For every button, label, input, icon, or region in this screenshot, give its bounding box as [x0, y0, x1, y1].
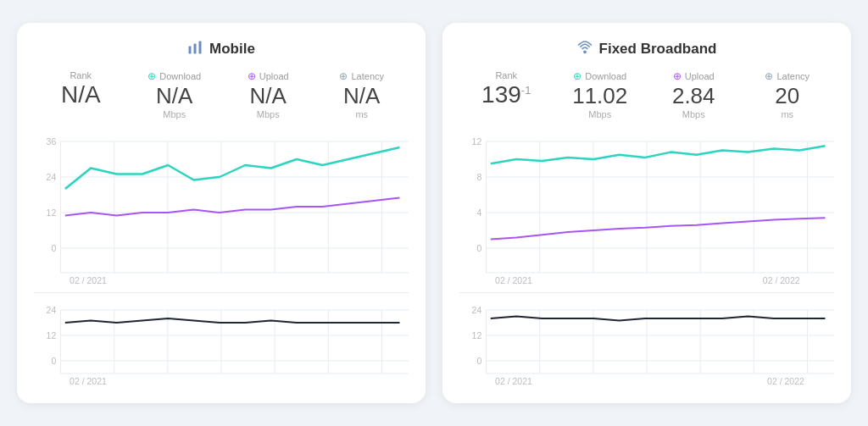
svg-text:0: 0: [51, 244, 56, 253]
mobile-download-label: ⊕ Download: [128, 70, 222, 82]
broadband-download-value: 11.02: [554, 84, 648, 108]
bb-download-icon: ⊕: [573, 70, 581, 82]
mobile-latency-label: ⊕ Latency: [315, 70, 409, 82]
mobile-stats-row: Rank N/A ⊕ Download N/A Mbps ⊕ Upload N/…: [34, 70, 409, 119]
mobile-top-chart: 36 24 12 0 02 / 2021: [34, 133, 409, 285]
broadband-upload-label: ⊕ Upload: [647, 70, 741, 82]
mobile-download-unit: Mbps: [128, 109, 222, 119]
mobile-upload-value: N/A: [221, 84, 315, 108]
broadband-upload-unit: Mbps: [647, 109, 741, 119]
mobile-latency-value: N/A: [315, 84, 409, 108]
svg-text:0: 0: [51, 357, 56, 366]
svg-text:02 / 2021: 02 / 2021: [70, 377, 107, 386]
svg-point-35: [583, 51, 585, 53]
broadband-bottom-chart: 24 12 0 02 / 2021 02 / 2022: [459, 302, 834, 386]
upload-icon: ⊕: [248, 70, 256, 82]
svg-text:12: 12: [47, 331, 57, 340]
broadband-top-chart: 12 8 4 0 02 / 2021 02 / 2022: [459, 133, 834, 285]
mobile-title: Mobile: [209, 41, 255, 58]
dashboard: Mobile Rank N/A ⊕ Download N/A Mbps ⊕: [17, 23, 851, 403]
broadband-title: Fixed Broadband: [599, 41, 717, 58]
mobile-bottom-chart: 24 12 0 02 / 2021: [34, 302, 409, 386]
svg-text:02 / 2021: 02 / 2021: [495, 276, 532, 285]
broadband-chart-divider: [459, 292, 834, 293]
broadband-rank: Rank 139-1: [459, 70, 554, 108]
svg-text:12: 12: [47, 208, 57, 218]
mobile-download-value: N/A: [128, 84, 222, 108]
svg-text:12: 12: [472, 137, 482, 147]
download-icon: ⊕: [147, 70, 156, 82]
broadband-download: ⊕ Download 11.02 Mbps: [554, 70, 648, 119]
svg-text:36: 36: [47, 137, 57, 147]
broadband-card-title: Fixed Broadband: [459, 40, 834, 58]
svg-text:02 / 2022: 02 / 2022: [767, 377, 804, 386]
svg-text:4: 4: [476, 208, 481, 218]
bb-latency-icon: ⊕: [765, 70, 773, 82]
broadband-latency-label: ⊕ Latency: [741, 70, 835, 82]
bb-upload-icon: ⊕: [673, 70, 682, 82]
mobile-download: ⊕ Download N/A Mbps: [128, 70, 222, 119]
broadband-rank-value: 139-1: [459, 82, 554, 108]
svg-text:24: 24: [47, 173, 57, 182]
broadband-stats-row: Rank 139-1 ⊕ Download 11.02 Mbps ⊕ Uploa…: [459, 70, 834, 119]
mobile-chart-area: 36 24 12 0 02 / 2021: [34, 133, 409, 386]
broadband-upload: ⊕ Upload 2.84 Mbps: [647, 70, 741, 119]
broadband-latency-value: 20: [741, 84, 835, 108]
broadband-download-unit: Mbps: [554, 109, 648, 119]
broadband-card: Fixed Broadband Rank 139-1 ⊕ Download 11…: [442, 23, 851, 403]
mobile-upload-label: ⊕ Upload: [221, 70, 315, 82]
broadband-chart-area: 12 8 4 0 02 / 2021 02 / 2022: [459, 133, 834, 386]
mobile-card-title: Mobile: [34, 40, 409, 58]
mobile-upload: ⊕ Upload N/A Mbps: [221, 70, 315, 119]
broadband-upload-value: 2.84: [647, 84, 741, 108]
svg-text:0: 0: [476, 357, 481, 366]
svg-text:02 / 2021: 02 / 2021: [70, 276, 107, 285]
mobile-chart-divider: [34, 292, 409, 293]
mobile-rank-label: Rank: [34, 70, 128, 80]
broadband-latency-unit: ms: [741, 109, 835, 119]
mobile-card: Mobile Rank N/A ⊕ Download N/A Mbps ⊕: [17, 23, 426, 403]
svg-text:8: 8: [476, 173, 481, 182]
svg-rect-0: [189, 47, 192, 54]
svg-text:24: 24: [47, 306, 57, 315]
latency-icon: ⊕: [339, 70, 348, 82]
wifi-icon: [577, 40, 593, 58]
mobile-upload-unit: Mbps: [221, 109, 315, 119]
svg-text:0: 0: [476, 244, 481, 253]
broadband-latency: ⊕ Latency 20 ms: [741, 70, 835, 119]
broadband-rank-label: Rank: [459, 70, 554, 80]
svg-rect-2: [199, 41, 202, 54]
mobile-latency-unit: ms: [315, 109, 409, 119]
svg-rect-1: [194, 44, 197, 54]
svg-text:02 / 2021: 02 / 2021: [495, 377, 532, 386]
bar-chart-icon: [187, 40, 203, 58]
broadband-download-label: ⊕ Download: [554, 70, 648, 82]
svg-text:24: 24: [472, 306, 482, 315]
mobile-rank: Rank N/A: [34, 70, 128, 108]
svg-text:12: 12: [472, 331, 482, 340]
mobile-rank-value: N/A: [34, 82, 128, 108]
svg-text:02 / 2022: 02 / 2022: [763, 276, 800, 285]
mobile-latency: ⊕ Latency N/A ms: [315, 70, 409, 119]
